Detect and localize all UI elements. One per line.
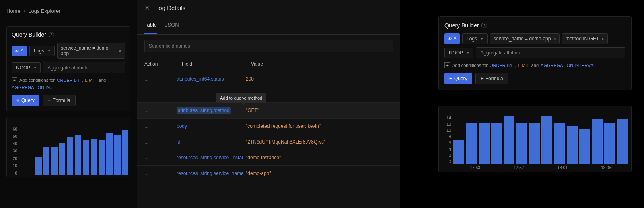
aggregation-link[interactable]: AGGREGATION INTERVAL	[541, 63, 596, 68]
filter-chip-service[interactable]: service_name = demo-app ×	[57, 43, 125, 59]
bar[interactable]	[466, 123, 477, 164]
breadcrumb-separator: /	[24, 8, 25, 14]
row-action[interactable]: ...	[144, 155, 177, 160]
query-builder-title: Query Builder	[444, 22, 479, 29]
bar[interactable]	[529, 123, 540, 164]
formula-button[interactable]: Formula	[475, 73, 508, 84]
row-action[interactable]: ...	[144, 171, 177, 176]
bar[interactable]	[122, 130, 129, 175]
field-link[interactable]: body	[177, 123, 187, 129]
chart-right: 14121086420 17:5317:5718:0118:05	[438, 106, 632, 172]
search-input[interactable]	[144, 40, 393, 52]
bar[interactable]	[59, 143, 66, 175]
table-row[interactable]: ...resources_string.service_name"demo-ap…	[137, 165, 400, 181]
row-value: "GET"	[246, 108, 393, 113]
source-select[interactable]: Logs	[29, 46, 55, 56]
bar[interactable]	[35, 157, 42, 175]
order-by-link[interactable]: ORDER BY	[57, 78, 80, 83]
bar[interactable]	[83, 140, 89, 175]
table-row[interactable]: ...resources_string.service_instar"demo-…	[137, 150, 400, 165]
query-badge-a[interactable]: A	[12, 46, 27, 56]
log-details-modal: ✕ Log Details Table JSON Action Field Va…	[137, 0, 400, 208]
tab-table[interactable]: Table	[144, 16, 157, 34]
field-link[interactable]: id	[177, 139, 180, 145]
tab-json[interactable]: JSON	[165, 16, 179, 34]
table-row[interactable]: ...attributes_int64.status200	[137, 71, 400, 87]
table-row[interactable]: ...attributes_string.method"GET"	[137, 102, 400, 118]
filter-chip-service[interactable]: service_name = demo-app ×	[490, 33, 560, 44]
close-icon[interactable]: ×	[601, 36, 604, 41]
bar[interactable]	[479, 123, 490, 164]
bar[interactable]	[67, 137, 73, 175]
filter-chip-method[interactable]: method IN GET ×	[562, 33, 608, 44]
source-select[interactable]: Logs	[462, 33, 488, 44]
row-value: "info"	[246, 92, 393, 98]
col-field-header: Field	[177, 61, 246, 67]
help-icon[interactable]: ?	[481, 23, 487, 28]
field-link[interactable]: resources_string.service_name	[177, 171, 244, 176]
help-icon[interactable]: ?	[49, 32, 54, 37]
table-row[interactable]: ...body"completed request for user: kevi…	[137, 118, 400, 134]
row-action[interactable]: ...	[144, 92, 177, 98]
aggregator-select[interactable]: NOOP	[12, 62, 41, 73]
bar[interactable]	[541, 116, 552, 164]
row-action[interactable]: ...	[144, 108, 177, 113]
row-value: "demo-app"	[246, 171, 393, 176]
eye-icon	[448, 36, 452, 42]
close-icon[interactable]: ×	[119, 48, 121, 53]
bar[interactable]	[604, 123, 615, 164]
query-badge-a[interactable]: A	[444, 33, 460, 44]
close-icon[interactable]: ×	[553, 36, 556, 41]
limit-link[interactable]: LIMIT	[85, 78, 97, 83]
row-value: "completed request for user: kevin"	[246, 123, 393, 129]
bar[interactable]	[504, 116, 514, 164]
bar[interactable]	[592, 119, 603, 164]
bar[interactable]	[43, 147, 50, 175]
bar[interactable]	[51, 147, 58, 175]
limit-link[interactable]: LIMIT	[518, 63, 529, 68]
plus-icon	[449, 76, 452, 81]
field-link[interactable]: attributes_int64.status	[177, 76, 224, 82]
conditions-row: + Add conditions for ORDER BY, LIMIT and…	[12, 77, 125, 90]
bar[interactable]	[114, 135, 121, 175]
modal-tabs: Table JSON	[137, 16, 400, 35]
row-value: "demo-instance"	[246, 155, 393, 160]
row-field: id	[177, 139, 246, 145]
breadcrumb-home[interactable]: Home	[6, 8, 21, 14]
y-axis-right: 14121086420	[442, 116, 453, 164]
plus-icon[interactable]: +	[12, 77, 17, 83]
close-icon[interactable]: ✕	[144, 4, 150, 12]
query-button[interactable]: Query	[12, 95, 39, 106]
bar[interactable]	[516, 123, 527, 164]
bar[interactable]	[491, 123, 502, 164]
plus-icon[interactable]: +	[444, 62, 450, 68]
aggregate-input[interactable]: Aggregate attribute	[476, 47, 625, 58]
bar[interactable]	[106, 133, 113, 175]
y-axis-left: 6050403020100	[8, 127, 20, 175]
bar[interactable]	[453, 140, 464, 164]
bar[interactable]	[91, 139, 97, 175]
order-by-link[interactable]: ORDER BY	[490, 63, 512, 68]
table-row[interactable]: ...id"2TN6dUYhMqqNah3XzEr8JV8Qrvc"	[137, 134, 400, 150]
aggregator-select[interactable]: NOOP	[444, 48, 473, 58]
bar[interactable]	[75, 135, 81, 175]
bar[interactable]	[567, 126, 578, 164]
row-action[interactable]: ...	[144, 76, 177, 82]
bar[interactable]	[579, 129, 590, 164]
aggregation-link[interactable]: AGGREGATION IN...	[12, 85, 53, 90]
chart-left: 6050403020100	[6, 117, 130, 177]
table-row[interactable]: ...Add to query: method"info"	[137, 87, 400, 102]
field-link[interactable]: attributes_string.method	[177, 107, 231, 114]
field-link[interactable]: resources_string.service_instar	[177, 155, 243, 160]
x-axis-right: 17:5317:5718:0118:05	[442, 164, 628, 170]
bar[interactable]	[617, 119, 628, 164]
row-action[interactable]: ...	[144, 123, 177, 129]
row-action[interactable]: ...	[144, 139, 177, 145]
bar[interactable]	[554, 123, 565, 164]
formula-button[interactable]: Formula	[43, 95, 76, 106]
breadcrumb-current[interactable]: Logs Explorer	[28, 8, 60, 14]
aggregate-input[interactable]: Aggregate attribute	[43, 62, 125, 73]
bar[interactable]	[99, 140, 105, 175]
row-field: body	[177, 123, 246, 129]
query-button[interactable]: Query	[444, 73, 472, 84]
